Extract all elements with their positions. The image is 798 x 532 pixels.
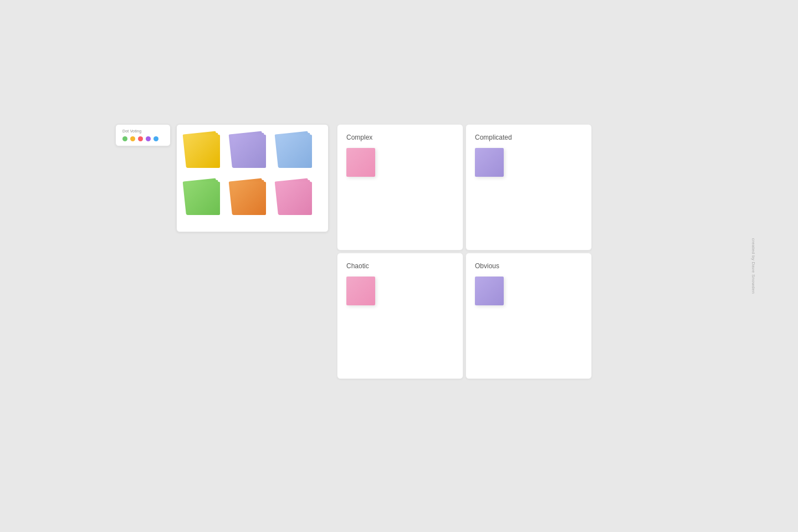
dot-voting-dots [122,136,163,141]
note-blue-3 [279,135,312,168]
sticky-stack-orange[interactable] [233,182,273,222]
quadrant-obvious-title: Obvious [475,262,582,270]
quadrant-complicated: Complicated [466,124,592,250]
dot-voting-title: Dot Voting [122,129,163,133]
dot-red[interactable] [138,136,143,141]
sticky-obvious[interactable] [475,277,504,305]
note-yellow-3 [187,135,220,168]
quadrant-complex: Complex [337,124,463,250]
sticky-stack-pink[interactable] [279,182,319,222]
watermark: created by Dave Snowden [751,238,756,294]
dot-yellow[interactable] [130,136,135,141]
quadrant-complicated-title: Complicated [475,134,582,141]
dot-purple[interactable] [146,136,151,141]
dot-green[interactable] [122,136,127,141]
sticky-stack-blue[interactable] [279,135,319,175]
sticky-stack-lavender[interactable] [233,135,273,175]
dot-voting-panel: Dot Voting [115,124,171,146]
note-orange-3 [233,182,266,215]
quadrant-obvious: Obvious [466,253,592,379]
quadrant-complex-title: Complex [346,134,454,141]
note-green-3 [187,182,220,215]
quadrant-chaotic-title: Chaotic [346,262,454,270]
quadrant-chaotic: Chaotic [337,253,463,379]
dot-blue[interactable] [154,136,158,141]
sticky-complex[interactable] [346,148,375,177]
note-pink-3 [279,182,312,215]
sticky-chaotic[interactable] [346,277,375,305]
sticky-stack-green[interactable] [187,182,227,222]
quadrant-area: Complex Complicated Chaotic Obvious [337,124,592,379]
palette-panel [176,124,329,232]
note-lavender-3 [233,135,266,168]
sticky-stack-yellow[interactable] [187,135,227,175]
sticky-complicated[interactable] [475,148,504,177]
